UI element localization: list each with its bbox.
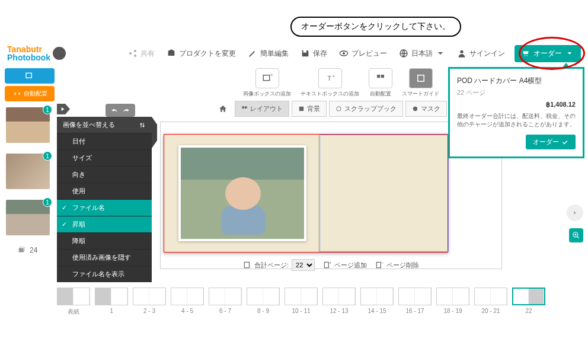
svg-rect-16	[417, 75, 424, 82]
hide-used[interactable]: 使用済み画像を隠す	[57, 249, 152, 266]
header-bar: Tanabutr Photobook 共有 プロダクトを変更 簡単編集 保存 プ…	[0, 41, 588, 65]
tab-layout[interactable]: レイアウト	[235, 101, 289, 117]
signin-button[interactable]: サインイン	[451, 49, 511, 59]
thumbnail[interactable]: 1	[6, 107, 50, 143]
filmstrip-item[interactable]: 10 - 11	[285, 288, 318, 314]
check-icon: ✓	[62, 221, 67, 228]
redo-icon[interactable]	[122, 106, 130, 114]
toolbar-label: テキストボックスの追加	[301, 91, 359, 97]
scrap-icon	[335, 106, 342, 112]
usage-badge: 1	[43, 151, 52, 161]
sort-usage[interactable]: 使用	[57, 183, 152, 199]
logo-icon	[53, 47, 66, 60]
right-page[interactable]	[319, 135, 449, 252]
add-text-box-button[interactable]: T+ テキストボックスの追加	[301, 68, 359, 98]
sort-date[interactable]: 日付	[57, 133, 152, 149]
add-image-box-button[interactable]: + 画像ボックスの追加	[243, 68, 291, 98]
sort-descending[interactable]: 降順	[57, 232, 152, 249]
order-price: ฿1,408.12	[457, 101, 576, 108]
tab-scrapbook[interactable]: スクラップブック	[329, 101, 403, 117]
panel-tabs: レイアウト 背景 スクラップブック マスク	[218, 101, 447, 117]
svg-point-0	[129, 52, 132, 55]
svg-text:+: +	[329, 261, 331, 265]
easy-edit-button[interactable]: 簡単編集	[242, 49, 295, 59]
page-spread[interactable]	[164, 134, 448, 253]
filmstrip-item[interactable]: 12 - 13	[322, 288, 356, 314]
filmstrip-item[interactable]: 16 - 17	[398, 288, 432, 314]
filmstrip-item[interactable]: 表紙	[57, 288, 90, 316]
canvas-toolbar: + 画像ボックスの追加 T+ テキストボックスの追加 自動配置 スマートガイド	[243, 68, 439, 98]
order-button[interactable]: オーダー	[514, 45, 581, 62]
undo-icon[interactable]	[110, 106, 119, 114]
delete-page-label: ページ削除	[386, 261, 419, 270]
language-button[interactable]: 日本語	[393, 49, 451, 59]
panel-toggle[interactable]	[57, 104, 65, 114]
sort-panel: 画像を並べ替える 日付 サイズ 向き 使用 ✓ファイル名 ✓昇順 降順 使用済み…	[57, 117, 152, 282]
thumbnail[interactable]: 1	[6, 154, 50, 189]
svg-rect-23	[244, 262, 249, 267]
filmstrip-item[interactable]: 22	[512, 288, 545, 314]
change-product-button[interactable]: プロダクトを変更	[161, 49, 242, 59]
guide-icon	[416, 73, 426, 84]
photo-box[interactable]	[178, 145, 306, 241]
tab-background[interactable]: 背景	[292, 101, 327, 117]
undo-redo-group	[106, 104, 135, 117]
save-icon	[301, 49, 310, 58]
user-icon	[457, 49, 466, 58]
bg-icon	[298, 106, 305, 112]
change-product-label: プロダクトを変更	[179, 49, 236, 59]
svg-text:+: +	[332, 74, 335, 79]
add-page-button[interactable]: + ページ追加	[323, 261, 367, 270]
sort-header[interactable]: 画像を並べ替える	[57, 117, 152, 133]
filmstrip-item[interactable]: 14 - 15	[360, 288, 394, 314]
sort-size[interactable]: サイズ	[57, 149, 152, 166]
page-count-select[interactable]: 22	[292, 259, 315, 271]
delete-page-button[interactable]: − ページ削除	[375, 261, 419, 270]
svg-text:+: +	[270, 73, 273, 78]
layout-icon	[375, 73, 386, 84]
share-button[interactable]: 共有	[122, 49, 161, 59]
sort-ascending[interactable]: ✓昇順	[57, 216, 152, 232]
sort-orientation[interactable]: 向き	[57, 166, 152, 183]
zoom-in-icon	[572, 231, 580, 240]
filmstrip-item[interactable]: 6 - 7	[209, 288, 242, 314]
tab-mask[interactable]: マスク	[405, 101, 447, 117]
grid-icon	[241, 106, 248, 112]
svg-rect-26	[376, 262, 381, 267]
svg-point-20	[337, 107, 341, 111]
filmstrip-item[interactable]: 18 - 19	[436, 288, 469, 314]
share-label: 共有	[140, 49, 155, 59]
check-icon: ✓	[62, 204, 67, 212]
thumbnail[interactable]: 1	[6, 200, 50, 235]
zoom-button[interactable]	[569, 228, 583, 242]
svg-rect-19	[299, 107, 303, 111]
filmstrip-item[interactable]: 4 - 5	[171, 288, 204, 314]
order-note: 最終オーダー合計には、配送料、税金、その他のチャージが追加されることがあります。	[457, 112, 576, 129]
total-label: 合計ページ:	[254, 261, 289, 270]
filmstrip-item[interactable]: 8 - 9	[247, 288, 280, 314]
eye-icon	[339, 49, 349, 58]
auto-layout-tool-button[interactable]: 自動配置	[369, 68, 392, 98]
save-button[interactable]: 保存	[295, 49, 333, 59]
svg-rect-17	[242, 106, 244, 108]
order-confirm-label: オーダー	[533, 138, 559, 146]
next-page-button[interactable]	[567, 205, 583, 221]
home-icon[interactable]	[218, 104, 228, 114]
add-page-label: ページ追加	[334, 261, 367, 270]
svg-text:T: T	[327, 75, 331, 82]
show-filename[interactable]: ファイル名を表示	[57, 266, 152, 282]
svg-point-6	[460, 50, 463, 53]
filmstrip-item[interactable]: 20 - 21	[474, 288, 507, 314]
order-confirm-button[interactable]: オーダー	[526, 135, 576, 149]
svg-rect-8	[19, 248, 24, 253]
filmstrip-item[interactable]: 2 - 3	[133, 288, 166, 314]
toolbar-label: 自動配置	[370, 91, 391, 97]
total-pages: 合計ページ: 22	[243, 259, 315, 271]
smart-guide-button[interactable]: スマートガイド	[402, 68, 439, 98]
filmstrip-item[interactable]: 1	[95, 288, 128, 314]
page-controls: 合計ページ: 22 + ページ追加 − ページ削除	[243, 259, 419, 271]
preview-button[interactable]: プレビュー	[333, 49, 393, 59]
chevron-down-icon	[565, 49, 574, 58]
image-box-icon: +	[262, 73, 273, 84]
sort-filename[interactable]: ✓ファイル名	[57, 199, 152, 216]
